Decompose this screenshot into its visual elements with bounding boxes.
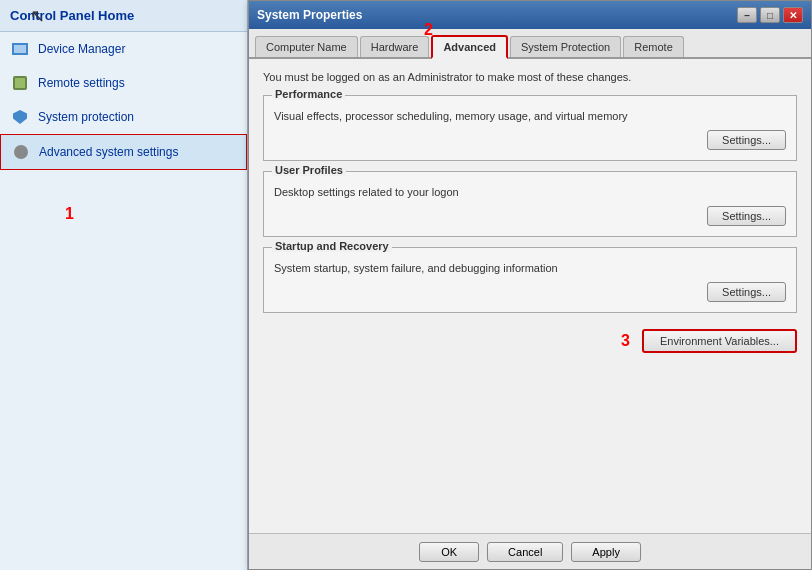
performance-section: Performance Visual effects, processor sc… [263,95,797,161]
maximize-button[interactable]: □ [760,7,780,23]
env-variables-row: 3 Environment Variables... [263,323,797,359]
startup-recovery-settings-button[interactable]: Settings... [707,282,786,302]
dialog-content: You must be logged on as an Administrato… [249,59,811,369]
annotation-3: 3 [621,332,630,350]
sidebar-item-system-protection[interactable]: System protection [0,100,247,134]
sidebar-item-label: Advanced system settings [39,145,178,159]
dialog-titlebar: System Properties – □ ✕ [249,1,811,29]
performance-desc: Visual effects, processor scheduling, me… [274,110,786,122]
ok-button[interactable]: OK [419,542,479,562]
dialog-title: System Properties [257,8,362,22]
user-profiles-btn-row: Settings... [274,206,786,226]
sidebar-item-remote-settings[interactable]: Remote settings [0,66,247,100]
sidebar-item-label: System protection [38,110,134,124]
dialog-footer: OK Cancel Apply [249,533,811,569]
user-profiles-settings-button[interactable]: Settings... [707,206,786,226]
shield-icon [10,107,30,127]
annotation-1: 1 [65,205,74,223]
cancel-button[interactable]: Cancel [487,542,563,562]
tab-advanced[interactable]: Advanced [431,35,508,59]
pc-icon [10,73,30,93]
performance-btn-row: Settings... [274,130,786,150]
sidebar-item-device-manager[interactable]: Device Manager [0,32,247,66]
title-buttons: – □ ✕ [737,7,803,23]
system-properties-dialog: System Properties – □ ✕ 2 Computer Name … [248,0,812,570]
gear-icon [11,142,31,162]
performance-title: Performance [272,88,345,100]
user-profiles-title: User Profiles [272,164,346,176]
user-profiles-desc: Desktop settings related to your logon [274,186,786,198]
environment-variables-button[interactable]: Environment Variables... [642,329,797,353]
tabs-bar: 2 Computer Name Hardware Advanced System… [249,29,811,59]
startup-recovery-desc: System startup, system failure, and debu… [274,262,786,274]
startup-recovery-btn-row: Settings... [274,282,786,302]
startup-recovery-section: Startup and Recovery System startup, sys… [263,247,797,313]
performance-settings-button[interactable]: Settings... [707,130,786,150]
monitor-icon [10,39,30,59]
sidebar-item-label: Device Manager [38,42,125,56]
startup-recovery-title: Startup and Recovery [272,240,392,252]
admin-note: You must be logged on as an Administrato… [263,69,797,85]
apply-button[interactable]: Apply [571,542,641,562]
sidebar-item-advanced-system-settings[interactable]: Advanced system settings [0,134,247,170]
left-panel: ↖ Control Panel Home Device Manager Remo… [0,0,248,570]
cursor: ↖ [30,5,45,27]
minimize-button[interactable]: – [737,7,757,23]
sidebar-item-label: Remote settings [38,76,125,90]
tab-remote[interactable]: Remote [623,36,684,57]
tab-system-protection[interactable]: System Protection [510,36,621,57]
tab-computer-name[interactable]: Computer Name [255,36,358,57]
close-button[interactable]: ✕ [783,7,803,23]
user-profiles-section: User Profiles Desktop settings related t… [263,171,797,237]
tab-hardware[interactable]: Hardware [360,36,430,57]
